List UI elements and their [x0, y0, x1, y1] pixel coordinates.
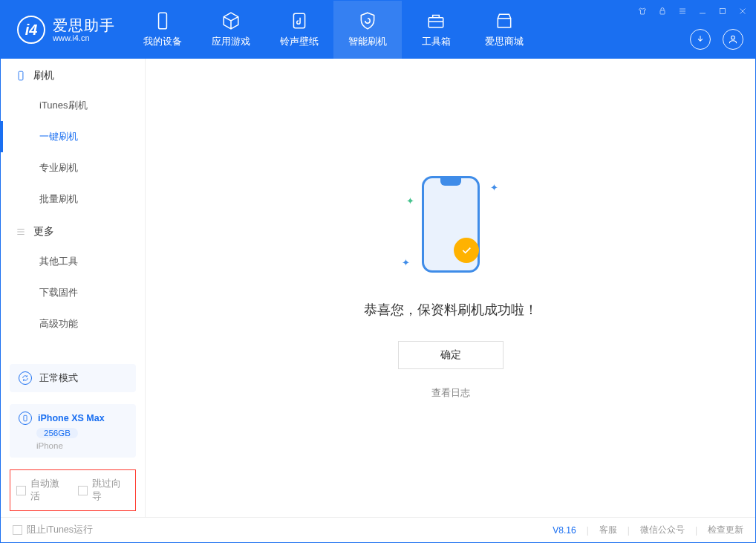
- main-content: ✦ ✦ ✦ 恭喜您，保资料刷机成功啦！ 确定 查看日志: [146, 59, 755, 517]
- device-type: iPhone: [36, 441, 63, 450]
- app-window: i4 爱思助手 www.i4.cn 我的设备 应用游戏 铃声壁纸 智能刷机: [0, 0, 756, 543]
- phone-icon: [16, 71, 26, 81]
- svg-rect-3: [660, 10, 665, 14]
- shield-refresh-icon: [358, 11, 377, 30]
- close-icon[interactable]: [737, 7, 748, 16]
- version-label: V8.16: [553, 525, 576, 536]
- checkbox-label: 自动激活: [30, 478, 68, 503]
- sidebar-section-more: 更多: [1, 215, 145, 246]
- download-button[interactable]: [690, 29, 711, 50]
- nav-tools[interactable]: 工具箱: [402, 1, 470, 59]
- phone-icon: [153, 11, 172, 30]
- device-name: iPhone XS Max: [38, 413, 105, 423]
- mode-box[interactable]: 正常模式: [10, 364, 136, 392]
- shirt-icon[interactable]: [636, 7, 648, 16]
- header: i4 爱思助手 www.i4.cn 我的设备 应用游戏 铃声壁纸 智能刷机: [1, 1, 755, 59]
- nav-label: 工具箱: [422, 35, 451, 48]
- minimize-icon[interactable]: [697, 7, 708, 16]
- checkbox-icon: [13, 525, 22, 535]
- section-label: 刷机: [33, 69, 54, 82]
- sidebar-item-itunes-flash[interactable]: iTunes刷机: [1, 90, 145, 121]
- sidebar-item-advanced[interactable]: 高级功能: [1, 308, 145, 339]
- options-highlight: 自动激活 跳过向导: [10, 469, 136, 511]
- checkbox-icon: [78, 486, 88, 495]
- svg-rect-1: [293, 13, 304, 28]
- logo-icon: i4: [17, 16, 45, 44]
- nav-ringtone[interactable]: 铃声壁纸: [265, 1, 333, 59]
- svg-rect-6: [19, 71, 23, 80]
- checkbox-auto-activate[interactable]: 自动激活: [16, 478, 68, 503]
- sparkle-icon: ✦: [406, 195, 414, 207]
- device-capacity: 256GB: [36, 428, 78, 438]
- sidebar-item-batch-flash[interactable]: 批量刷机: [1, 183, 145, 215]
- sidebar-item-oneclick-flash[interactable]: 一键刷机: [1, 121, 145, 152]
- footer-support[interactable]: 客服: [599, 524, 617, 536]
- checkbox-block-itunes[interactable]: 阻止iTunes运行: [13, 524, 93, 536]
- footer: 阻止iTunes运行 V8.16 | 客服 | 微信公众号 | 检查更新: [1, 517, 755, 542]
- nav-label: 应用游戏: [212, 35, 250, 48]
- checkbox-label: 阻止iTunes运行: [27, 524, 93, 536]
- refresh-icon: [19, 371, 32, 385]
- logo: i4 爱思助手 www.i4.cn: [1, 1, 128, 59]
- section-label: 更多: [33, 225, 54, 238]
- nav-label: 铃声壁纸: [280, 35, 319, 48]
- mode-label: 正常模式: [39, 372, 78, 385]
- ok-button[interactable]: 确定: [398, 341, 504, 369]
- device-phone-icon: [19, 412, 32, 425]
- sidebar-item-pro-flash[interactable]: 专业刷机: [1, 152, 145, 183]
- footer-wechat[interactable]: 微信公众号: [640, 524, 685, 536]
- sparkle-icon: ✦: [490, 182, 498, 193]
- checkbox-icon: [16, 486, 26, 495]
- svg-point-5: [731, 36, 735, 39]
- sparkle-icon: ✦: [402, 257, 410, 268]
- svg-rect-0: [159, 13, 167, 29]
- header-actions: [690, 29, 743, 50]
- nav-label: 爱思商城: [485, 35, 524, 48]
- nav-label: 我的设备: [143, 35, 182, 48]
- sidebar-section-flash: 刷机: [1, 59, 145, 90]
- svg-rect-2: [428, 18, 443, 27]
- sidebar: 刷机 iTunes刷机 一键刷机 专业刷机 批量刷机 更多 其他工具 下载固件 …: [1, 59, 146, 517]
- user-button[interactable]: [723, 29, 743, 50]
- cube-icon: [221, 11, 241, 30]
- nav-apps[interactable]: 应用游戏: [197, 1, 265, 59]
- nav-tabs: 我的设备 应用游戏 铃声壁纸 智能刷机 工具箱 爱思商城: [128, 1, 538, 59]
- success-message: 恭喜您，保资料刷机成功啦！: [364, 301, 538, 319]
- lock-icon[interactable]: [656, 7, 668, 16]
- checkbox-label: 跳过向导: [92, 478, 129, 503]
- maximize-icon[interactable]: [717, 7, 728, 16]
- device-box[interactable]: iPhone XS Max 256GB iPhone: [10, 404, 136, 458]
- check-badge-icon: [454, 238, 479, 263]
- phone-graphic: [422, 176, 480, 273]
- nav-device[interactable]: 我的设备: [128, 1, 197, 59]
- store-icon: [495, 11, 514, 30]
- music-file-icon: [290, 11, 309, 30]
- menu-icon[interactable]: [677, 7, 688, 16]
- footer-update[interactable]: 检查更新: [708, 524, 743, 536]
- window-controls: [636, 7, 748, 16]
- sidebar-item-other-tools[interactable]: 其他工具: [1, 246, 145, 277]
- svg-rect-4: [720, 9, 725, 14]
- toolbox-icon: [426, 11, 446, 30]
- nav-flash[interactable]: 智能刷机: [333, 1, 402, 59]
- logo-subtitle: www.i4.cn: [53, 33, 115, 42]
- nav-label: 智能刷机: [348, 35, 387, 48]
- nav-store[interactable]: 爱思商城: [470, 1, 538, 59]
- body: 刷机 iTunes刷机 一键刷机 专业刷机 批量刷机 更多 其他工具 下载固件 …: [1, 59, 755, 517]
- logo-title: 爱思助手: [53, 17, 115, 33]
- view-log-link[interactable]: 查看日志: [431, 387, 470, 400]
- sidebar-item-download-fw[interactable]: 下载固件: [1, 277, 145, 308]
- svg-rect-7: [24, 415, 27, 421]
- list-icon: [16, 227, 26, 237]
- success-illustration: ✦ ✦ ✦: [406, 176, 495, 280]
- checkbox-skip-wizard[interactable]: 跳过向导: [78, 478, 129, 503]
